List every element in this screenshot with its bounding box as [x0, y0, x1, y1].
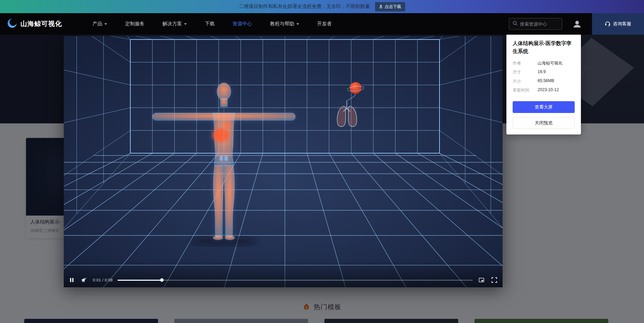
headset-icon	[605, 21, 610, 27]
customer-service-button[interactable]: 咨询客服	[592, 13, 644, 35]
nav-item-help[interactable]: 教程与帮助	[270, 21, 299, 27]
logo[interactable]: 山海鲸可视化	[7, 18, 62, 30]
nav-item-developer[interactable]: 开发者	[317, 21, 332, 27]
nav-item-download[interactable]: 下载	[205, 21, 215, 27]
view-large-screen-button[interactable]: 查看大屏	[513, 101, 575, 113]
info-row-updated: 更新时间 2023-10-12	[513, 87, 575, 93]
nav-right: 咨询客服	[509, 13, 644, 35]
logo-icon	[7, 18, 17, 30]
logo-text: 山海鲸可视化	[20, 19, 62, 28]
nav-item-solutions[interactable]: 解决方案	[163, 21, 187, 27]
nav-item-custom-service[interactable]: 定制服务	[125, 21, 145, 27]
picture-in-picture-icon	[479, 278, 484, 282]
search-icon	[513, 21, 517, 27]
info-row-author: 作者 山海鲸可视化	[513, 60, 575, 66]
info-row-filesize: 大小 65.56MB	[513, 78, 575, 84]
pip-button[interactable]	[477, 276, 486, 284]
fullscreen-icon	[491, 277, 497, 283]
nav-menu: 产品 定制服务 解决方案 下载 资源中心 教程与帮助 开发者	[93, 21, 332, 27]
promo-banner: 二维项目制作和私有化部署全流程免费，无水印，不限制数量 点击下载	[0, 0, 644, 13]
info-row-size-ratio: 尺寸 16:9	[513, 69, 575, 75]
download-icon	[379, 4, 383, 9]
video-controls: 0:01 / 0:08	[64, 273, 503, 287]
time-display: 0:01 / 0:08	[93, 278, 113, 282]
download-button[interactable]: 点击下载	[375, 2, 405, 11]
search-input[interactable]	[520, 21, 558, 27]
nav-item-products[interactable]: 产品	[93, 21, 107, 27]
fullscreen-button[interactable]	[490, 276, 498, 284]
resource-info-panel: 人体结构展示-医学数字孪生系统 作者 山海鲸可视化 尺寸 16:9 大小 65.…	[506, 34, 581, 134]
pause-button[interactable]	[68, 276, 76, 284]
user-icon	[572, 19, 582, 29]
chevron-down-icon	[104, 23, 107, 25]
chevron-down-icon	[296, 23, 299, 25]
user-avatar-button[interactable]	[572, 19, 582, 29]
search-box[interactable]	[509, 18, 562, 30]
close-preview-button[interactable]: 关闭预览	[513, 117, 575, 129]
seek-progress	[118, 280, 162, 281]
top-navbar: 山海鲸可视化 产品 定制服务 解决方案 下载 资源中心 教程与帮助 开发者	[0, 13, 644, 35]
mute-button[interactable]	[80, 276, 88, 284]
promo-text: 二维项目制作和私有化部署全流程免费，无水印，不限制数量	[239, 3, 370, 10]
nav-item-resource-center[interactable]: 资源中心	[233, 21, 252, 27]
video-scene	[64, 36, 503, 287]
seek-bar[interactable]	[118, 280, 473, 281]
muted-volume-icon	[81, 277, 87, 283]
chevron-down-icon	[184, 23, 187, 25]
resource-title: 人体结构展示-医学数字孪生系统	[513, 40, 575, 55]
video-player[interactable]: 0:01 / 0:08	[64, 36, 503, 287]
